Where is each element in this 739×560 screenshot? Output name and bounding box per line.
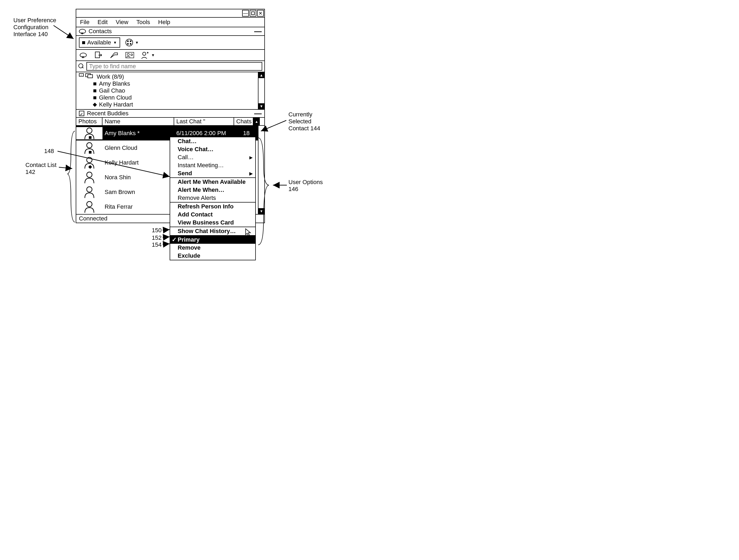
photo-cell <box>76 156 103 169</box>
callout-148: 148 <box>44 148 54 155</box>
chevron-down-icon: ▼ <box>135 40 139 45</box>
menu-view[interactable]: View <box>116 19 128 26</box>
menu-item[interactable]: View Business Card <box>170 219 255 227</box>
contact-name: Gail Chao <box>99 87 125 94</box>
menu-item[interactable]: Exclude <box>170 252 255 260</box>
announce-icon[interactable] <box>110 51 119 59</box>
presence-dropdown[interactable]: Available ▼ <box>79 37 120 48</box>
menu-item-label: Call… <box>178 154 194 160</box>
avatar-icon <box>84 142 95 154</box>
chat-icon <box>79 29 86 34</box>
collapse-contacts-button[interactable]: — <box>254 29 262 33</box>
menu-item-label: Alert Me When… <box>178 186 225 193</box>
tree-controls[interactable]: - <box>79 73 93 78</box>
menu-item-label: Remove Alerts <box>178 194 216 201</box>
contacts-section-header: Contacts — <box>76 27 264 36</box>
avatar-icon <box>84 171 95 183</box>
menu-item-label: Send <box>178 170 192 177</box>
search-icon <box>79 63 84 69</box>
buddies-table-header: Photos Name Last Chat " Chats ▲ <box>76 118 264 126</box>
menu-item[interactable]: Remove Alerts <box>170 194 255 202</box>
group-icon[interactable] <box>126 51 134 59</box>
menu-item-label: View Business Card <box>178 219 234 226</box>
svg-point-14 <box>87 143 92 148</box>
work-group-title[interactable]: Work (8/9) <box>97 73 124 80</box>
menu-item[interactable]: Instant Meeting… <box>170 161 255 169</box>
recent-buddies-header: Recent Buddies — <box>76 110 264 118</box>
contact-name: Amy Blanks <box>99 80 130 87</box>
buddies-scrollbar[interactable]: ▼ <box>258 126 264 214</box>
menu-file[interactable]: File <box>80 19 89 26</box>
minimize-button[interactable]: — <box>242 10 249 17</box>
menu-item[interactable]: Alert Me When Available <box>170 178 255 186</box>
scroll-down-icon[interactable]: ▼ <box>259 208 264 214</box>
svg-point-18 <box>87 201 92 207</box>
edit-icon[interactable] <box>79 111 84 116</box>
avatar-icon <box>84 201 95 213</box>
photo-cell <box>76 201 103 213</box>
col-last-chat[interactable]: Last Chat " <box>174 118 234 125</box>
last-chat-cell: 6/11/2006 2:00 PM <box>174 130 234 137</box>
photo-cell <box>76 171 103 183</box>
col-photos[interactable]: Photos <box>76 118 103 125</box>
menu-item[interactable]: Add Contact <box>170 211 255 219</box>
callout-150: 150 <box>146 227 162 234</box>
menu-item-label: Remove <box>178 244 201 251</box>
close-button[interactable]: ✕ <box>257 10 264 17</box>
maximize-button[interactable] <box>250 10 256 17</box>
collapse-recent-button[interactable]: — <box>254 112 262 115</box>
svg-line-5 <box>163 230 170 230</box>
scroll-up-icon[interactable]: ▲ <box>259 72 264 78</box>
menu-item[interactable]: Call…▶ <box>170 153 255 161</box>
menu-item[interactable]: Alert Me When… <box>170 186 255 194</box>
location-dropdown[interactable]: ▼ <box>126 39 139 46</box>
menu-item[interactable]: Remove <box>170 244 255 252</box>
work-group-item[interactable]: Kelly Hardart <box>94 101 255 108</box>
menu-item[interactable]: Show Chat History… <box>170 227 255 235</box>
work-scrollbar[interactable]: ▲ ▼ <box>258 72 264 109</box>
scroll-up-icon[interactable]: ▲ <box>253 118 260 125</box>
avatar-icon <box>84 186 95 198</box>
menu-item-label: Refresh Person Info <box>178 203 234 210</box>
callout-selected-contact: Currently Selected Contact 144 <box>288 111 320 132</box>
context-menu: Chat…Voice Chat…Call…▶Instant Meeting…Se… <box>170 137 256 260</box>
menu-item-label: Instant Meeting… <box>178 162 224 168</box>
menu-help[interactable]: Help <box>158 19 170 26</box>
menu-item[interactable]: Chat… <box>170 137 255 145</box>
chat-icon[interactable] <box>79 51 88 59</box>
menu-item-label: Exclude <box>178 252 200 259</box>
reel-icon <box>126 39 133 46</box>
presence-indicator-icon <box>82 41 85 44</box>
menu-item[interactable]: Refresh Person Info <box>170 202 255 211</box>
menu-edit[interactable]: Edit <box>98 19 108 26</box>
svg-line-6 <box>163 237 170 237</box>
work-group-item[interactable]: Gail Chao <box>94 87 255 94</box>
menu-tools[interactable]: Tools <box>136 19 150 26</box>
scroll-down-icon[interactable]: ▼ <box>259 103 264 109</box>
work-group-item[interactable]: Amy Blanks <box>94 80 255 87</box>
presence-indicator-icon <box>89 151 92 154</box>
presence-indicator-icon <box>93 103 97 107</box>
search-input[interactable] <box>87 62 262 71</box>
menu-item[interactable]: Voice Chat… <box>170 145 255 153</box>
recent-buddies-label: Recent Buddies <box>87 110 128 117</box>
presence-indicator-icon <box>89 136 92 139</box>
col-chats[interactable]: Chats <box>234 118 253 125</box>
presence-indicator-icon <box>94 96 96 99</box>
folders-icon <box>85 73 93 78</box>
add-contact-dropdown[interactable]: ▼ <box>141 51 155 59</box>
menu-item[interactable]: Primary <box>170 236 255 244</box>
callout-user-options: User Options 146 <box>288 179 323 193</box>
submenu-arrow-icon: ▶ <box>249 155 253 160</box>
menu-item[interactable]: Send▶ <box>170 169 255 177</box>
col-name[interactable]: Name <box>103 118 174 125</box>
send-file-icon[interactable] <box>95 51 103 59</box>
menu-item-label: Voice Chat… <box>178 146 213 152</box>
contacts-label: Contacts <box>89 28 112 35</box>
chevron-down-icon: ▼ <box>113 40 117 45</box>
menu-item-label: Show Chat History… <box>178 228 236 234</box>
callout-ui-pref: User Preference Configuration Interface … <box>13 17 56 38</box>
work-group-item[interactable]: Glenn Cloud <box>94 94 255 101</box>
name-cell: Glenn Cloud <box>103 144 174 151</box>
submenu-arrow-icon: ▶ <box>249 171 253 176</box>
